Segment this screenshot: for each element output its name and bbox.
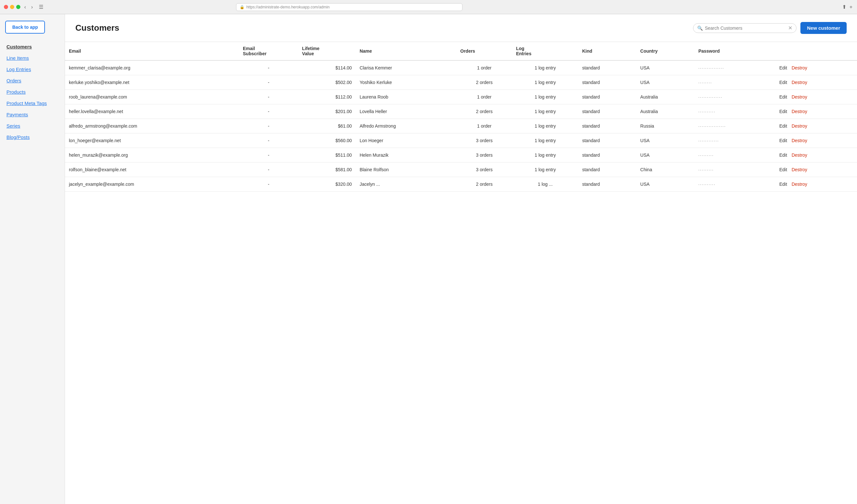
th-lifetime-value: LifetimeValue [298, 42, 356, 60]
th-orders: Orders [456, 42, 512, 60]
destroy-link[interactable]: Destroy [792, 94, 807, 100]
cell-country: USA [636, 177, 695, 192]
search-clear-icon[interactable]: ✕ [788, 25, 792, 31]
destroy-link[interactable]: Destroy [792, 65, 807, 70]
cell-log-entries: 1 log entry [512, 60, 578, 75]
edit-link[interactable]: Edit [779, 181, 787, 187]
th-log-entries: LogEntries [512, 42, 578, 60]
search-input[interactable] [705, 25, 786, 31]
cell-email: roob_laurena@example.com [65, 90, 239, 104]
th-password: Password [694, 42, 775, 60]
cell-country: Australia [636, 90, 695, 104]
cell-name: Lovella Heller [356, 104, 456, 119]
cell-lifetime-value: $581.00 [298, 162, 356, 177]
cell-actions: Edit Destroy [775, 148, 857, 162]
th-kind: Kind [578, 42, 636, 60]
destroy-link[interactable]: Destroy [792, 153, 807, 158]
maximize-button[interactable] [16, 5, 20, 9]
cell-password: ··············· [694, 60, 775, 75]
sidebar-item-blog-posts[interactable]: Blog/Posts [5, 132, 60, 142]
sidebar-item-log-entries[interactable]: Log Entries [5, 64, 60, 75]
cell-lifetime-value: $511.00 [298, 148, 356, 162]
table-row: kerluke.yoshiko@example.net - $502.00 Yo… [65, 75, 857, 90]
destroy-link[interactable]: Destroy [792, 80, 807, 85]
cell-kind: standard [578, 162, 636, 177]
cell-name: Laurena Roob [356, 90, 456, 104]
sidebar-item-line-items[interactable]: Line Items [5, 53, 60, 63]
sidebar-item-orders[interactable]: Orders [5, 75, 60, 86]
table-header: Email EmailSubscriber LifetimeValue Name… [65, 42, 857, 60]
sidebar-item-customers[interactable]: Customers [5, 41, 60, 52]
cell-orders: 1 order [456, 90, 512, 104]
sidebar-item-series[interactable]: Series [5, 121, 60, 131]
back-to-app-button[interactable]: Back to app [5, 21, 45, 34]
cell-password: ················ [694, 119, 775, 134]
cell-lifetime-value: $320.00 [298, 177, 356, 192]
destroy-link[interactable]: Destroy [792, 181, 807, 187]
cell-lifetime-value: $61.00 [298, 119, 356, 134]
edit-link[interactable]: Edit [779, 123, 787, 128]
sidebar-nav: Customers Line Items Log Entries Orders … [5, 41, 60, 142]
add-tab-button[interactable]: + [849, 3, 853, 11]
sidebar-item-products[interactable]: Products [5, 87, 60, 97]
edit-link[interactable]: Edit [779, 109, 787, 114]
search-box[interactable]: 🔍 ✕ [693, 23, 796, 33]
url-bar[interactable]: 🔒 https://administrate-demo.herokuapp.co… [236, 3, 463, 11]
edit-link[interactable]: Edit [779, 138, 787, 143]
cell-name: Lon Hoeger [356, 134, 456, 148]
th-actions [775, 42, 857, 60]
edit-link[interactable]: Edit [779, 65, 787, 70]
sidebar: Back to app Customers Line Items Log Ent… [0, 14, 65, 504]
th-email-subscriber: EmailSubscriber [239, 42, 298, 60]
destroy-link[interactable]: Destroy [792, 138, 807, 143]
cell-kind: standard [578, 104, 636, 119]
edit-link[interactable]: Edit [779, 153, 787, 158]
cell-country: USA [636, 60, 695, 75]
cell-name: Helen Murazik [356, 148, 456, 162]
new-customer-button[interactable]: New customer [801, 22, 847, 34]
cell-name: Jacelyn ... [356, 177, 456, 192]
forward-button[interactable]: › [30, 3, 34, 11]
cell-kind: standard [578, 148, 636, 162]
cell-kind: standard [578, 119, 636, 134]
cell-orders: 2 orders [456, 75, 512, 90]
browser-chrome: ‹ › ☰ 🔒 https://administrate-demo.heroku… [0, 0, 857, 14]
cell-log-entries: 1 log entry [512, 162, 578, 177]
cell-email: rolfson_blaine@example.net [65, 162, 239, 177]
table-row: rolfson_blaine@example.net - $581.00 Bla… [65, 162, 857, 177]
sidebar-toggle-button[interactable]: ☰ [37, 3, 45, 11]
table-row: lon_hoeger@example.net - $560.00 Lon Hoe… [65, 134, 857, 148]
cell-password: ·········· [694, 177, 775, 192]
cell-email-subscriber: - [239, 60, 298, 75]
sidebar-item-payments[interactable]: Payments [5, 109, 60, 120]
close-button[interactable] [4, 5, 8, 9]
destroy-link[interactable]: Destroy [792, 123, 807, 128]
share-button[interactable]: ⬆ [841, 3, 847, 11]
cell-password: ·············· [694, 90, 775, 104]
edit-link[interactable]: Edit [779, 167, 787, 172]
cell-password: ········· [694, 162, 775, 177]
table-row: alfredo_armstrong@example.com - $61.00 A… [65, 119, 857, 134]
cell-orders: 1 order [456, 60, 512, 75]
cell-orders: 1 order [456, 119, 512, 134]
cell-email: kemmer_clarisa@example.org [65, 60, 239, 75]
destroy-link[interactable]: Destroy [792, 167, 807, 172]
table-row: heller.lovella@example.net - $201.00 Lov… [65, 104, 857, 119]
cell-email: alfredo_armstrong@example.com [65, 119, 239, 134]
cell-orders: 2 orders [456, 104, 512, 119]
cell-email-subscriber: - [239, 134, 298, 148]
cell-country: Russia [636, 119, 695, 134]
edit-link[interactable]: Edit [779, 94, 787, 100]
destroy-link[interactable]: Destroy [792, 109, 807, 114]
url-text: https://administrate-demo.herokuapp.com/… [247, 5, 330, 10]
cell-email-subscriber: - [239, 162, 298, 177]
cell-lifetime-value: $502.00 [298, 75, 356, 90]
customers-table: Email EmailSubscriber LifetimeValue Name… [65, 42, 857, 192]
cell-log-entries: 1 log ... [512, 177, 578, 192]
cell-email-subscriber: - [239, 104, 298, 119]
minimize-button[interactable] [10, 5, 14, 9]
sidebar-item-product-meta-tags[interactable]: Product Meta Tags [5, 98, 60, 108]
back-button[interactable]: ‹ [23, 3, 27, 11]
cell-actions: Edit Destroy [775, 104, 857, 119]
edit-link[interactable]: Edit [779, 80, 787, 85]
